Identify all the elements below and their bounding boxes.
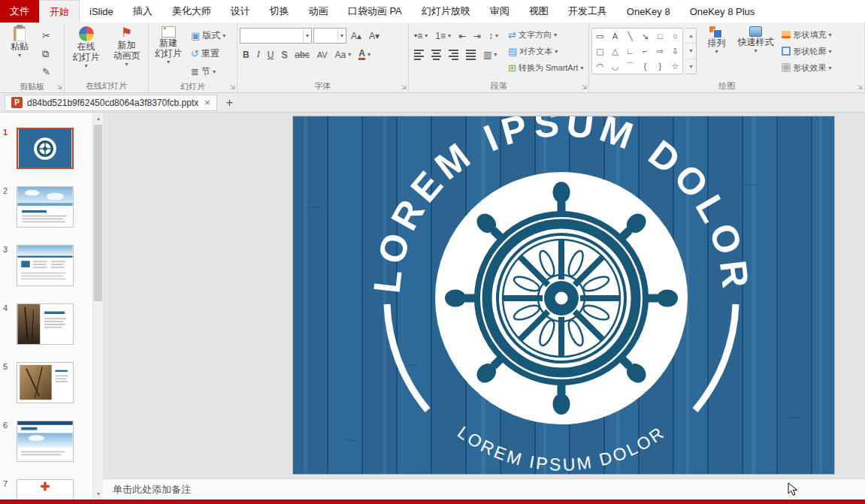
tab-view[interactable]: 视图 [519,0,558,23]
text-shadow-button[interactable]: S [278,47,290,62]
shape-vertical-textbox[interactable]: A [607,29,622,44]
shape-effects-button[interactable]: 形状效果▾ [779,60,834,75]
tab-insert[interactable]: 插入 [123,0,162,23]
new-slide-button[interactable]: ✦ 新建 幻灯片 ▾ [151,24,186,65]
shape-block-arrow-right[interactable]: ⇨ [652,44,667,59]
decrease-indent-button[interactable]: ⇤ [455,28,469,44]
italic-button[interactable]: I [254,47,263,62]
document-tab[interactable]: P d84bd521b9f62450cd8064a3f8370fcb.pptx … [5,95,217,111]
gallery-scroll-down-icon[interactable]: ▼ [685,43,696,58]
chevron-down-icon[interactable]: ▾ [303,29,311,43]
shape-triangle[interactable]: △ [607,44,622,59]
shape-arc[interactable]: ⌒ [622,59,637,74]
align-center-button[interactable] [428,47,444,62]
paragraph-dialog-launcher-icon[interactable]: ⇲ [582,83,588,91]
gallery-scroll-up-icon[interactable]: ▲ [685,29,696,43]
new-tab-button[interactable]: + [223,96,236,110]
justify-button[interactable] [463,47,479,62]
tab-pocket-animation[interactable]: 口袋动画 PA [338,0,412,23]
shape-fill-button[interactable]: 形状填充▾ [779,27,834,42]
change-case-button[interactable]: Aa▾ [332,47,355,62]
font-color-button[interactable]: A▾ [355,47,374,62]
slide-canvas[interactable]: LOREM IPSUM DOLOR LOREM IPSUM DOLOR [293,116,834,474]
slide-thumbnail-7[interactable] [17,479,74,499]
format-painter-button[interactable]: ✎ [39,64,53,80]
slide-editing-area[interactable]: LOREM IPSUM DOLOR LOREM IPSUM DOLOR [103,113,865,478]
slide-thumbnail-1[interactable] [17,128,74,169]
close-tab-icon[interactable]: × [204,97,210,108]
reset-button[interactable]: ↺重置 [188,46,228,62]
gallery-more-icon[interactable]: ▼ [685,59,696,74]
shape-block-arrow-down[interactable]: ⇩ [667,44,682,59]
shape-rounded-rectangle[interactable]: ▢ [592,44,607,59]
drawing-dialog-launcher-icon[interactable]: ⇲ [857,83,863,91]
tab-animations[interactable]: 动画 [299,0,338,23]
chevron-down-icon[interactable]: ▾ [337,29,346,43]
text-direction-button[interactable]: ⇄文字方向▾ [505,27,586,42]
section-button[interactable]: ≣节▾ [188,64,228,80]
slide-thumbnail-3[interactable] [17,245,74,286]
tab-file[interactable]: 文件 [0,0,39,23]
increase-font-button[interactable]: A▴ [348,28,364,44]
decrease-font-button[interactable]: A▾ [366,28,383,44]
slide-thumbnail-2[interactable] [17,186,74,228]
slide-thumbnail-5[interactable] [17,362,74,403]
bold-button[interactable]: B [240,47,253,62]
increase-indent-button[interactable]: ⇥ [470,28,484,44]
tab-slideshow[interactable]: 幻灯片放映 [412,0,480,23]
columns-button[interactable]: ▥▾ [480,47,500,62]
tab-review[interactable]: 审阅 [480,0,519,23]
shape-line[interactable]: ╲ [622,29,637,44]
slide-thumbnail-4[interactable] [17,303,74,345]
shape-star[interactable]: ☆ [667,59,682,74]
tab-design[interactable]: 设计 [221,0,260,23]
notes-pane[interactable]: 单击此处添加备注 [103,478,865,499]
copy-button[interactable]: ⧉ [39,46,53,62]
shape-arc-down[interactable]: ◡ [607,59,622,74]
shape-rectangle[interactable]: □ [652,29,667,44]
layout-button[interactable]: ▣版式▾ [188,28,228,44]
tab-onekey8plus[interactable]: OneKey 8 Plus [680,0,765,23]
cut-button[interactable]: ✂ [39,28,53,44]
arrange-button[interactable]: 排列 ▾ [699,24,733,54]
font-dialog-launcher-icon[interactable]: ⇲ [401,83,407,91]
tab-transitions[interactable]: 切换 [260,0,299,23]
shape-left-brace[interactable]: { [637,59,652,74]
scrollbar-down-icon[interactable]: ▼ [93,488,103,499]
thumbnail-scrollbar[interactable]: ▲ ▼ [92,113,103,499]
quick-styles-button[interactable]: 快速样式 ▾ [736,24,775,53]
shape-right-brace[interactable]: } [652,59,667,74]
line-spacing-button[interactable]: ↕▾ [485,28,501,44]
online-slides-button[interactable]: 在线 幻灯片 ▾ [69,24,104,68]
slides-dialog-launcher-icon[interactable]: ⇲ [229,83,235,91]
tab-developer[interactable]: 开发工具 [558,0,617,23]
strikethrough-button[interactable]: abc [292,47,312,62]
shape-elbow[interactable]: ∟ [622,44,637,59]
shape-arc-up[interactable]: ◠ [592,59,607,74]
ship-wheel[interactable] [445,182,678,415]
shape-textbox[interactable]: ▭ [592,29,607,44]
align-left-button[interactable] [411,47,427,62]
scrollbar-thumb[interactable] [94,125,102,301]
align-right-button[interactable] [446,47,461,62]
underline-button[interactable]: U [265,47,277,62]
shape-outline-button[interactable]: 形状轮廓▾ [779,44,834,59]
shape-arrow-line[interactable]: ↘ [637,29,652,44]
convert-smartart-button[interactable]: ⊞转换为 SmartArt▾ [505,60,586,75]
align-text-button[interactable]: ▤对齐文本▾ [505,44,586,59]
scrollbar-up-icon[interactable]: ▲ [93,113,103,124]
numbering-button[interactable]: 1≡▾ [432,28,454,44]
new-animation-page-button[interactable]: ⚑ 新加 动画页 ▾ [110,24,144,67]
font-size-select[interactable]: ▾ [313,28,346,44]
tab-islide[interactable]: iSlide [80,0,123,23]
character-spacing-button[interactable]: AV [314,47,331,62]
tab-home[interactable]: 开始 [39,0,80,23]
shape-oval[interactable]: ○ [667,29,682,44]
bullets-button[interactable]: •≡▾ [411,28,431,44]
slide-thumbnail-6[interactable] [17,421,74,462]
tab-beautify-master[interactable]: 美化大师 [162,0,221,23]
slide[interactable]: LOREM IPSUM DOLOR LOREM IPSUM DOLOR [293,116,834,474]
tab-onekey8[interactable]: OneKey 8 [617,0,680,23]
clipboard-dialog-launcher-icon[interactable]: ⇲ [56,83,62,91]
font-name-select[interactable]: ▾ [240,28,312,44]
